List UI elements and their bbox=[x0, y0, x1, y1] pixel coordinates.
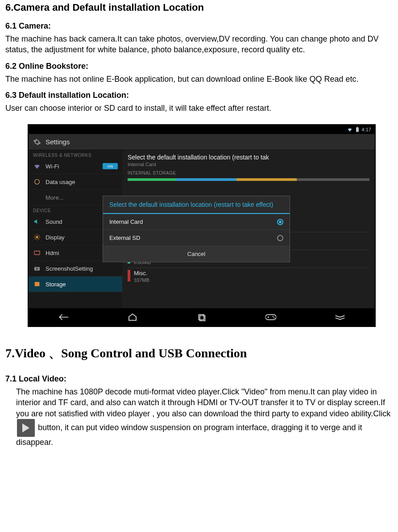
svg-point-3 bbox=[36, 236, 38, 239]
svg-rect-1 bbox=[357, 127, 358, 128]
section-6-3-heading: 6.3 Default installation Location: bbox=[5, 91, 393, 100]
nav-recents-button[interactable] bbox=[193, 312, 211, 323]
sidebar-section-wireless: WIRELESS & NETWORKS bbox=[29, 150, 122, 159]
storage-usage-bar bbox=[128, 178, 369, 181]
svg-rect-0 bbox=[356, 128, 359, 132]
nav-menu-button[interactable] bbox=[331, 312, 349, 323]
section-6-1-body: The machine has back camera.It can take … bbox=[5, 34, 393, 55]
settings-header: Settings bbox=[29, 134, 375, 150]
storage-row-misc[interactable]: Misc. 107MB bbox=[128, 268, 369, 285]
svg-rect-4 bbox=[34, 251, 40, 255]
nav-bar bbox=[29, 308, 375, 326]
svg-point-10 bbox=[273, 316, 274, 317]
dialog-option-internal[interactable]: Internal Card bbox=[103, 214, 290, 230]
data-usage-icon bbox=[33, 178, 41, 186]
sidebar-item-label: Data usage bbox=[46, 179, 75, 185]
wifi-toggle-on[interactable]: ON bbox=[103, 163, 118, 169]
radio-selected-icon bbox=[277, 219, 283, 225]
sidebar-item-wifi[interactable]: Wi-Fi ON bbox=[29, 159, 122, 174]
dialog-title: Select the default installation location… bbox=[103, 196, 290, 214]
detail-subtitle: Internal Card bbox=[128, 162, 369, 167]
install-location-dialog: Select the default installation location… bbox=[103, 196, 290, 262]
sidebar-item-label: Storage bbox=[46, 281, 66, 288]
svg-point-6 bbox=[36, 268, 38, 270]
status-bar: 4:17 bbox=[29, 125, 375, 134]
sidebar-item-data-usage[interactable]: Data usage bbox=[29, 174, 122, 190]
section-6-3-body: User can choose interior or SD card to i… bbox=[5, 103, 393, 113]
section-7-1-text-part2: button, it can put video window suspensi… bbox=[16, 423, 362, 447]
dialog-cancel-button[interactable]: Cancel bbox=[103, 246, 290, 262]
settings-title: Settings bbox=[46, 138, 70, 146]
dialog-option-label: External SD bbox=[109, 235, 140, 241]
hdmi-icon bbox=[33, 249, 41, 257]
wifi-icon bbox=[347, 127, 353, 132]
dialog-option-label: Internal Card bbox=[109, 218, 143, 225]
detail-title: Select the default installation location… bbox=[128, 154, 369, 161]
misc-color-swatch bbox=[128, 270, 130, 281]
status-time: 4:17 bbox=[362, 127, 371, 132]
svg-point-2 bbox=[35, 180, 40, 184]
detail-section-internal: INTERNAL STORAGE bbox=[128, 171, 369, 176]
section-6-2-heading: 6.2 Online Bookstore: bbox=[5, 62, 393, 71]
storage-icon bbox=[33, 280, 41, 288]
section-6-1-heading: 6.1 Camera: bbox=[5, 21, 393, 31]
android-settings-screenshot: 4:17 Settings WIRELESS & NETWORKS Wi-Fi … bbox=[28, 124, 376, 327]
storage-row-label: Misc. bbox=[134, 270, 149, 276]
settings-icon bbox=[33, 138, 41, 146]
sidebar-item-label: Wi-Fi bbox=[46, 163, 59, 170]
section-6-2-body: The machine has not online E-Book applic… bbox=[5, 74, 393, 84]
svg-point-11 bbox=[274, 318, 274, 318]
section-7-1-heading: 7.1 Local Video: bbox=[5, 374, 393, 384]
nav-back-button[interactable] bbox=[54, 312, 72, 323]
video-play-icon bbox=[17, 419, 35, 437]
radio-unselected-icon bbox=[277, 235, 283, 241]
sidebar-item-label: ScreenshotSetting bbox=[46, 265, 93, 272]
sidebar-item-label: Sound bbox=[46, 218, 62, 225]
svg-rect-7 bbox=[35, 282, 40, 286]
section-7-title: 7.Video 、Song Control and USB Connection bbox=[5, 345, 393, 362]
wifi-icon bbox=[33, 162, 41, 170]
section-7-1-text-part1: The machine has 1080P decode muti-format… bbox=[16, 387, 390, 418]
sidebar-item-storage[interactable]: Storage bbox=[29, 276, 122, 292]
section-6-title: 6.Camera and Default installation Locati… bbox=[5, 2, 393, 13]
sound-icon bbox=[33, 218, 41, 226]
battery-icon bbox=[356, 127, 359, 132]
sidebar-item-screenshot[interactable]: ScreenshotSetting bbox=[29, 261, 122, 276]
sidebar-item-label: Display bbox=[46, 234, 65, 241]
camera-icon bbox=[33, 264, 41, 272]
nav-home-button[interactable] bbox=[124, 312, 141, 323]
display-icon bbox=[33, 233, 41, 241]
sidebar-item-label: More... bbox=[46, 194, 63, 201]
section-7-1-body: The machine has 1080P decode muti-format… bbox=[5, 386, 393, 448]
sidebar-item-label: Hdmi bbox=[46, 250, 59, 256]
blank-icon bbox=[33, 193, 41, 201]
dialog-option-external[interactable]: External SD bbox=[103, 230, 290, 246]
nav-game-button[interactable] bbox=[262, 312, 280, 323]
storage-row-value: 107MB bbox=[134, 277, 149, 283]
